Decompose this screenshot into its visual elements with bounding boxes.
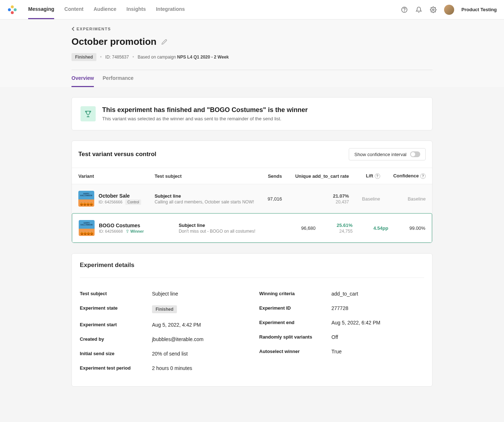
experiment-details-card: Experiment details Test subjectSubject l…: [71, 253, 433, 387]
breadcrumb[interactable]: EXPERIMENTS: [71, 27, 433, 31]
detail-value: True: [331, 349, 342, 354]
rate-count: 24,755: [329, 229, 353, 234]
control-badge: Control: [125, 199, 141, 205]
meta-row: Finished • ID: 7485637 • Based on campai…: [71, 53, 433, 61]
detail-label: Experiment start: [80, 322, 152, 328]
experiment-id: ID: 7485637: [105, 55, 129, 60]
lift: 4.54pp: [359, 214, 395, 242]
svg-point-2: [433, 9, 434, 10]
nav-integrations[interactable]: Integrations: [156, 0, 185, 19]
subject-text: Don't miss out - BOGO on all costumes!: [179, 229, 281, 234]
sub-tabs: OverviewPerformance: [71, 70, 433, 87]
trophy-icon: [81, 106, 96, 121]
variant-table: VariantTest subjectSendsUnique add_to_ca…: [72, 168, 432, 243]
detail-value: Finished: [152, 305, 177, 313]
page-title: October promotion: [71, 36, 156, 47]
avatar[interactable]: [444, 5, 454, 15]
details-title: Experiment details: [80, 254, 424, 278]
variant-card: Test variant versus control Show confide…: [71, 141, 433, 243]
detail-row: Winning criteriaadd_to_cart: [259, 287, 424, 301]
table-row: BOGO CostumesID: 64256668WinnerSubject l…: [72, 214, 432, 242]
nav-audience[interactable]: Audience: [94, 0, 116, 19]
help-icon[interactable]: [401, 6, 408, 13]
toggle-switch[interactable]: [410, 151, 420, 157]
logo: [7, 5, 17, 15]
lift: Baseline: [355, 184, 386, 214]
confidence-interval-toggle[interactable]: Show confidence interval: [349, 148, 426, 160]
detail-row: Created byjbubbles@iterable.com: [80, 332, 245, 346]
detail-label: Autoselect winner: [259, 349, 331, 354]
detail-row: Randomly split variantsOff: [259, 330, 424, 344]
tab-performance[interactable]: Performance: [103, 70, 134, 87]
detail-value: Aug 5, 2022, 4:42 PM: [152, 322, 201, 328]
main-nav: MessagingContentAudienceInsightsIntegrat…: [28, 0, 185, 19]
detail-label: Winning criteria: [259, 291, 331, 297]
nav-messaging[interactable]: Messaging: [28, 0, 54, 19]
col-header: Variant: [72, 168, 148, 184]
confidence: 99.00%: [395, 214, 432, 242]
subject-text: Calling all card members, October sale s…: [155, 199, 255, 204]
subject-label: Subject line: [155, 193, 255, 199]
breadcrumb-label: EXPERIMENTS: [77, 27, 111, 31]
detail-row: Experiment endAug 5, 2022, 6:42 PM: [259, 315, 424, 330]
detail-row: Experiment ID277728: [259, 301, 424, 315]
table-row: October SaleID: 64256666ControlSubject l…: [72, 184, 432, 214]
detail-label: Test subject: [80, 291, 152, 297]
variant-id: ID: 64256668: [99, 229, 123, 233]
tab-overview[interactable]: Overview: [71, 70, 94, 87]
status-badge: Finished: [71, 53, 96, 61]
help-icon[interactable]: ?: [420, 173, 426, 179]
detail-value: add_to_cart: [331, 291, 358, 297]
rate-count: 20,437: [295, 199, 349, 204]
bell-icon[interactable]: [415, 6, 422, 13]
gear-icon[interactable]: [430, 6, 437, 13]
col-header: Lift?: [355, 168, 386, 184]
detail-label: Created by: [80, 336, 152, 342]
col-header: Unique add_to_cart rate: [288, 168, 356, 184]
subject-label: Subject line: [179, 223, 281, 228]
detail-value: Off: [331, 334, 338, 340]
winner-subtitle: This variant was selected as the winner …: [102, 116, 308, 121]
rate-pct: 21.07%: [295, 193, 349, 199]
variant-name: October Sale: [99, 193, 141, 199]
nav-insights[interactable]: Insights: [126, 0, 146, 19]
confidence: Baseline: [387, 184, 432, 214]
detail-value: Aug 5, 2022, 6:42 PM: [331, 320, 380, 326]
help-icon[interactable]: ?: [375, 173, 380, 179]
variant-id: ID: 64256666: [99, 200, 122, 204]
col-header: Confidence?: [387, 168, 432, 184]
col-header: Sends: [261, 168, 288, 184]
detail-row: Autoselect winnerTrue: [259, 344, 424, 359]
topbar: MessagingContentAudienceInsightsIntegrat…: [0, 0, 504, 20]
nav-content[interactable]: Content: [64, 0, 83, 19]
detail-row: Experiment stateFinished: [80, 301, 245, 318]
winner-badge: Winner: [126, 229, 144, 233]
detail-label: Experiment state: [80, 305, 152, 313]
sends: 97,016: [261, 184, 288, 214]
rate-pct: 25.61%: [329, 223, 353, 228]
detail-label: Experiment test period: [80, 365, 152, 371]
winner-banner: This experiment has finished and "BOGO C…: [71, 97, 433, 130]
variant-thumb: [79, 220, 95, 236]
chevron-left-icon: [71, 27, 74, 31]
detail-value: Subject line: [152, 291, 178, 297]
detail-row: Initial send size20% of send list: [80, 346, 245, 361]
detail-value: jbubbles@iterable.com: [152, 336, 204, 342]
variant-thumb: [78, 191, 94, 207]
based-on: Based on campaign NPS L4 Q1 2020 - 2 Wee…: [138, 55, 229, 60]
svg-point-1: [404, 11, 405, 11]
winner-title: This experiment has finished and "BOGO C…: [102, 106, 308, 114]
detail-row: Experiment test period2 hours 0 minutes: [80, 361, 245, 375]
user-label[interactable]: Product Testing: [461, 7, 497, 12]
variant-name: BOGO Costumes: [99, 223, 144, 228]
col-header: Test subject: [148, 168, 261, 184]
edit-icon[interactable]: [161, 39, 167, 45]
ci-toggle-label: Show confidence interval: [354, 152, 407, 157]
variant-section-title: Test variant versus control: [78, 151, 156, 158]
detail-label: Experiment end: [259, 320, 331, 326]
sends: 96,680: [287, 214, 322, 242]
detail-label: Randomly split variants: [259, 334, 331, 340]
detail-value: 277728: [331, 305, 348, 311]
detail-label: Experiment ID: [259, 305, 331, 311]
detail-label: Initial send size: [80, 351, 152, 357]
